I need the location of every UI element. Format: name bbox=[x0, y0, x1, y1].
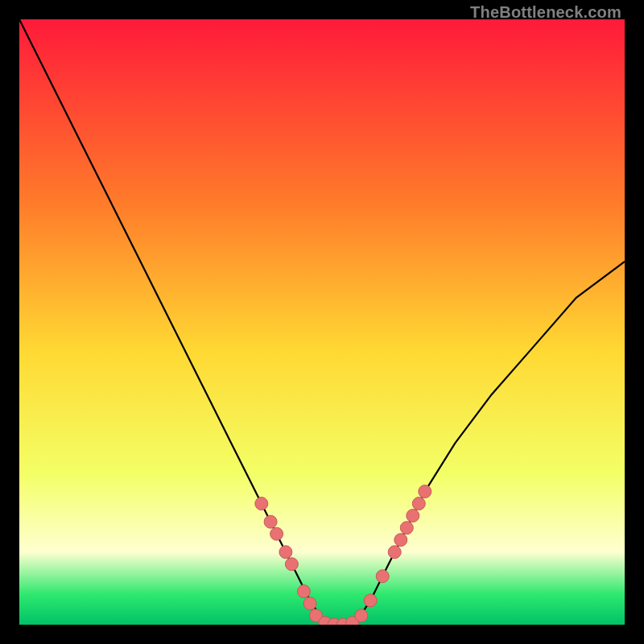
data-marker bbox=[394, 534, 407, 547]
data-marker bbox=[270, 527, 283, 540]
gradient-background bbox=[19, 19, 625, 625]
bottleneck-chart bbox=[19, 19, 625, 625]
data-marker bbox=[376, 570, 389, 583]
watermark-text: TheBottleneck.com bbox=[470, 3, 621, 22]
chart-frame bbox=[19, 19, 625, 625]
data-marker bbox=[285, 558, 298, 571]
data-marker bbox=[279, 546, 292, 559]
data-marker bbox=[388, 546, 401, 559]
data-marker bbox=[303, 597, 316, 610]
data-marker bbox=[297, 585, 310, 598]
data-marker bbox=[264, 515, 277, 528]
data-marker bbox=[355, 609, 368, 622]
data-marker bbox=[412, 497, 425, 510]
data-marker bbox=[419, 485, 431, 498]
data-marker bbox=[400, 522, 413, 535]
data-marker bbox=[407, 510, 419, 522]
data-marker bbox=[255, 497, 268, 510]
data-marker bbox=[364, 594, 377, 607]
